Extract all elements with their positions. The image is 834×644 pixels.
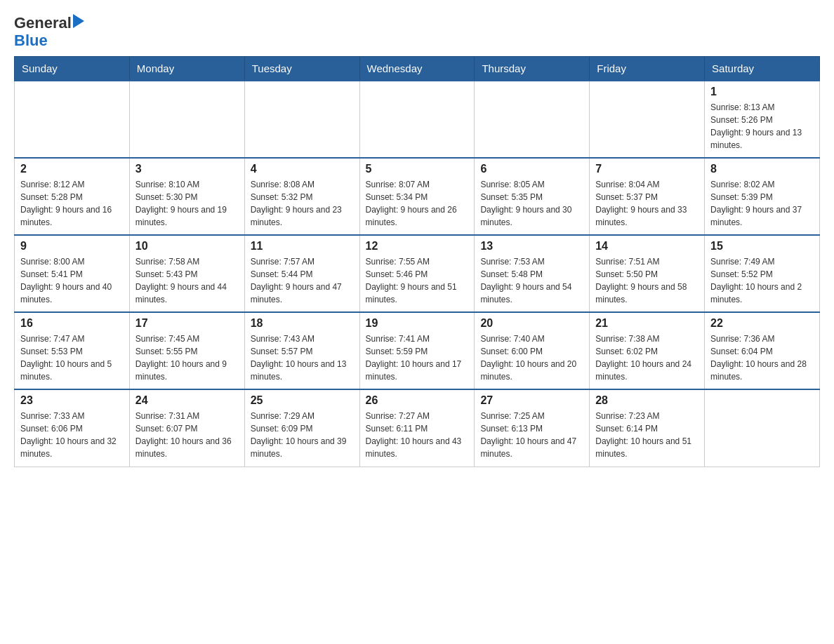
calendar-cell: 24Sunrise: 7:31 AMSunset: 6:07 PMDayligh… [129,389,244,467]
week-row-1: 1Sunrise: 8:13 AMSunset: 5:26 PMDaylight… [15,81,820,158]
day-number: 9 [20,240,124,253]
calendar-cell: 15Sunrise: 7:49 AMSunset: 5:52 PMDayligh… [705,235,820,312]
calendar-cell: 3Sunrise: 8:10 AMSunset: 5:30 PMDaylight… [129,158,244,235]
calendar-cell [129,81,244,158]
day-info: Sunrise: 7:43 AMSunset: 5:57 PMDaylight:… [251,333,354,383]
calendar-cell [475,81,590,158]
day-number: 4 [251,163,354,175]
week-row-4: 16Sunrise: 7:47 AMSunset: 5:53 PMDayligh… [15,312,820,389]
calendar-table: SundayMondayTuesdayWednesdayThursdayFrid… [14,56,820,467]
day-number: 3 [135,163,239,175]
calendar-cell: 22Sunrise: 7:36 AMSunset: 6:04 PMDayligh… [705,312,820,389]
day-number: 14 [595,240,699,253]
day-number: 10 [135,240,239,253]
calendar-cell: 14Sunrise: 7:51 AMSunset: 5:50 PMDayligh… [590,235,705,312]
day-info: Sunrise: 7:40 AMSunset: 6:00 PMDaylight:… [480,333,583,383]
day-number: 5 [366,163,469,175]
calendar-cell: 2Sunrise: 8:12 AMSunset: 5:28 PMDaylight… [15,158,130,235]
day-info: Sunrise: 8:10 AMSunset: 5:30 PMDaylight:… [135,178,239,229]
calendar-cell: 7Sunrise: 8:04 AMSunset: 5:37 PMDaylight… [590,158,705,235]
calendar-cell [705,389,820,467]
calendar-cell: 25Sunrise: 7:29 AMSunset: 6:09 PMDayligh… [244,389,359,467]
day-info: Sunrise: 7:49 AMSunset: 5:52 PMDaylight:… [710,255,814,306]
day-number: 19 [366,317,469,330]
day-number: 25 [251,394,354,407]
day-info: Sunrise: 7:57 AMSunset: 5:44 PMDaylight:… [251,255,354,306]
day-header-tuesday: Tuesday [244,57,359,81]
day-info: Sunrise: 7:45 AMSunset: 5:55 PMDaylight:… [135,333,239,383]
calendar-cell [359,81,475,158]
day-header-monday: Monday [129,57,244,81]
calendar-cell [244,81,359,158]
day-number: 23 [20,394,124,407]
calendar-cell: 21Sunrise: 7:38 AMSunset: 6:02 PMDayligh… [590,312,705,389]
day-info: Sunrise: 7:27 AMSunset: 6:11 PMDaylight:… [366,410,469,460]
day-number: 13 [480,240,583,253]
day-number: 21 [595,317,699,330]
logo-general: General [14,15,72,32]
day-info: Sunrise: 7:53 AMSunset: 5:48 PMDaylight:… [480,255,583,306]
week-row-2: 2Sunrise: 8:12 AMSunset: 5:28 PMDaylight… [15,158,820,235]
day-info: Sunrise: 8:08 AMSunset: 5:32 PMDaylight:… [251,178,354,229]
calendar-cell: 20Sunrise: 7:40 AMSunset: 6:00 PMDayligh… [475,312,590,389]
day-number: 11 [251,240,354,253]
day-info: Sunrise: 7:58 AMSunset: 5:43 PMDaylight:… [135,255,239,306]
day-number: 28 [595,394,699,407]
logo-blue: Blue [14,32,48,49]
calendar-cell: 12Sunrise: 7:55 AMSunset: 5:46 PMDayligh… [359,235,475,312]
day-number: 15 [710,240,814,253]
page-header: General Blue [14,14,820,49]
day-info: Sunrise: 8:07 AMSunset: 5:34 PMDaylight:… [366,178,469,229]
calendar-cell: 28Sunrise: 7:23 AMSunset: 6:14 PMDayligh… [590,389,705,467]
calendar-cell: 1Sunrise: 8:13 AMSunset: 5:26 PMDaylight… [705,81,820,158]
calendar-cell: 5Sunrise: 8:07 AMSunset: 5:34 PMDaylight… [359,158,475,235]
day-info: Sunrise: 8:00 AMSunset: 5:41 PMDaylight:… [20,255,124,306]
day-info: Sunrise: 7:51 AMSunset: 5:50 PMDaylight:… [595,255,699,306]
calendar-cell: 13Sunrise: 7:53 AMSunset: 5:48 PMDayligh… [475,235,590,312]
day-info: Sunrise: 7:25 AMSunset: 6:13 PMDaylight:… [480,410,583,460]
calendar-cell: 6Sunrise: 8:05 AMSunset: 5:35 PMDaylight… [475,158,590,235]
day-number: 17 [135,317,239,330]
day-header-saturday: Saturday [705,57,820,81]
day-info: Sunrise: 8:05 AMSunset: 5:35 PMDaylight:… [480,178,583,229]
day-info: Sunrise: 7:38 AMSunset: 6:02 PMDaylight:… [595,333,699,383]
week-row-3: 9Sunrise: 8:00 AMSunset: 5:41 PMDaylight… [15,235,820,312]
logo: General Blue [14,14,84,49]
day-info: Sunrise: 7:33 AMSunset: 6:06 PMDaylight:… [20,410,124,460]
day-info: Sunrise: 7:23 AMSunset: 6:14 PMDaylight:… [595,410,699,460]
day-info: Sunrise: 8:02 AMSunset: 5:39 PMDaylight:… [710,178,814,229]
day-number: 6 [480,163,583,175]
calendar-cell: 27Sunrise: 7:25 AMSunset: 6:13 PMDayligh… [475,389,590,467]
calendar-cell: 4Sunrise: 8:08 AMSunset: 5:32 PMDaylight… [244,158,359,235]
day-info: Sunrise: 7:29 AMSunset: 6:09 PMDaylight:… [251,410,354,460]
calendar-cell [15,81,130,158]
calendar-cell: 11Sunrise: 7:57 AMSunset: 5:44 PMDayligh… [244,235,359,312]
calendar-cell: 26Sunrise: 7:27 AMSunset: 6:11 PMDayligh… [359,389,475,467]
calendar-header-row: SundayMondayTuesdayWednesdayThursdayFrid… [15,57,820,81]
calendar-cell: 17Sunrise: 7:45 AMSunset: 5:55 PMDayligh… [129,312,244,389]
day-number: 12 [366,240,469,253]
day-number: 27 [480,394,583,407]
calendar-cell: 10Sunrise: 7:58 AMSunset: 5:43 PMDayligh… [129,235,244,312]
calendar-cell: 18Sunrise: 7:43 AMSunset: 5:57 PMDayligh… [244,312,359,389]
day-info: Sunrise: 7:55 AMSunset: 5:46 PMDaylight:… [366,255,469,306]
day-info: Sunrise: 8:12 AMSunset: 5:28 PMDaylight:… [20,178,124,229]
day-number: 18 [251,317,354,330]
day-number: 8 [710,163,814,175]
day-info: Sunrise: 7:36 AMSunset: 6:04 PMDaylight:… [710,333,814,383]
day-number: 24 [135,394,239,407]
calendar-cell: 23Sunrise: 7:33 AMSunset: 6:06 PMDayligh… [15,389,130,467]
day-header-wednesday: Wednesday [359,57,475,81]
day-number: 2 [20,163,124,175]
day-header-thursday: Thursday [475,57,590,81]
day-number: 22 [710,317,814,330]
calendar-cell: 16Sunrise: 7:47 AMSunset: 5:53 PMDayligh… [15,312,130,389]
logo-arrow-icon [73,14,84,31]
day-header-sunday: Sunday [15,57,130,81]
day-info: Sunrise: 8:04 AMSunset: 5:37 PMDaylight:… [595,178,699,229]
day-number: 7 [595,163,699,175]
day-info: Sunrise: 7:47 AMSunset: 5:53 PMDaylight:… [20,333,124,383]
day-number: 1 [710,86,814,98]
day-info: Sunrise: 7:31 AMSunset: 6:07 PMDaylight:… [135,410,239,460]
day-header-friday: Friday [590,57,705,81]
